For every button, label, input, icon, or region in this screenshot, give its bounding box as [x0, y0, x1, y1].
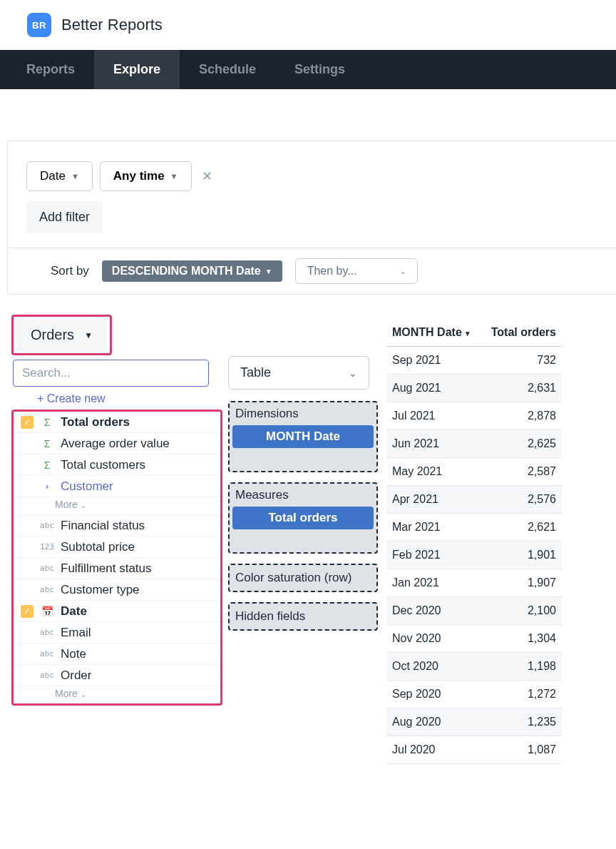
- field-row[interactable]: abcFulfillment status: [14, 558, 220, 579]
- sort-thenby-select[interactable]: Then by... ⌄: [295, 258, 418, 284]
- hidden-fields-title: Hidden fields: [235, 609, 371, 624]
- nav-reports[interactable]: Reports: [7, 50, 94, 89]
- caret-down-icon: ▼: [170, 172, 178, 181]
- checkbox-checked-icon[interactable]: ✓: [21, 416, 34, 429]
- table-header-month[interactable]: MONTH Date▼: [386, 319, 481, 347]
- table-header-total-orders[interactable]: Total orders: [481, 319, 562, 347]
- table-row: Aug 20201,235: [386, 708, 562, 736]
- measures-zone[interactable]: Measures Total orders: [228, 482, 378, 554]
- table-cell-value: 732: [481, 347, 562, 375]
- dimensions-zone[interactable]: Dimensions MONTH Date: [228, 401, 378, 472]
- hidden-fields-zone[interactable]: Hidden fields: [228, 602, 378, 631]
- chevron-down-icon: ⌄: [349, 367, 357, 379]
- field-row[interactable]: ΣTotal customers: [14, 454, 220, 476]
- table-cell-value: 2,631: [481, 375, 562, 402]
- table-row: Jan 20211,907: [386, 569, 562, 597]
- table-cell-month: Aug 2020: [386, 708, 481, 736]
- app-logo: BR: [27, 13, 51, 37]
- table-row: Sep 20201,272: [386, 681, 562, 708]
- table-cell-month: Jul 2021: [386, 402, 481, 430]
- table-row: Jun 20212,625: [386, 430, 562, 458]
- table-cell-value: 1,235: [481, 708, 562, 736]
- nav-settings[interactable]: Settings: [275, 50, 364, 89]
- nav-schedule[interactable]: Schedule: [180, 50, 275, 89]
- field-row[interactable]: abcFinancial status: [14, 515, 220, 537]
- field-row[interactable]: abcOrder: [14, 665, 220, 686]
- field-row[interactable]: 123Subtotal price: [14, 537, 220, 558]
- color-saturation-zone[interactable]: Color saturation (row): [228, 564, 378, 592]
- remove-filter-icon[interactable]: ✕: [199, 168, 215, 184]
- caret-down-icon: ▼: [464, 330, 471, 337]
- field-row[interactable]: abcNote: [14, 644, 220, 665]
- text-type-icon: abc: [39, 628, 55, 637]
- field-more-link[interactable]: More ⌄: [14, 497, 220, 515]
- measures-title: Measures: [232, 487, 374, 507]
- table-cell-value: 2,100: [481, 597, 562, 625]
- table-row: Jul 20201,087: [386, 736, 562, 764]
- sort-by-label: Sort by: [51, 264, 89, 278]
- field-label: Fulfillment status: [61, 561, 152, 576]
- field-row[interactable]: ✓ΣTotal orders: [14, 412, 220, 433]
- filter-panel: Date ▼ Any time ▼ ✕ Add filter: [7, 141, 616, 248]
- nav-explore[interactable]: Explore: [94, 50, 180, 89]
- table-cell-value: 1,304: [481, 625, 562, 653]
- results-table: MONTH Date▼ Total orders Sep 2021732Aug …: [386, 319, 562, 764]
- dimensions-title: Dimensions: [232, 405, 374, 425]
- source-highlight-box: Orders ▼: [11, 315, 112, 355]
- table-cell-month: Sep 2021: [386, 347, 481, 375]
- table-cell-month: Jan 2021: [386, 569, 481, 597]
- caret-down-icon: ▼: [84, 330, 93, 340]
- filter-date-field[interactable]: Date ▼: [26, 161, 93, 191]
- field-label: Average order value: [61, 437, 170, 451]
- table-row: Apr 20212,576: [386, 486, 562, 514]
- field-label: Order: [61, 668, 91, 683]
- viz-type-select[interactable]: Table ⌄: [228, 356, 369, 390]
- caret-down-icon: ▼: [265, 268, 272, 275]
- search-input[interactable]: [13, 360, 209, 387]
- table-cell-value: 2,878: [481, 402, 562, 430]
- sigma-icon: Σ: [39, 459, 55, 471]
- table-cell-value: 2,625: [481, 430, 562, 458]
- color-saturation-title: Color saturation (row): [235, 571, 371, 585]
- filter-date-label: Date: [40, 169, 66, 183]
- source-selector[interactable]: Orders ▼: [16, 320, 107, 350]
- field-row[interactable]: ✓📅Date: [14, 601, 220, 622]
- table-cell-month: Oct 2020: [386, 653, 481, 681]
- text-type-icon: abc: [39, 671, 55, 680]
- viz-type-label: Table: [240, 365, 271, 380]
- create-new-link[interactable]: + Create new: [11, 387, 222, 408]
- table-cell-month: Mar 2021: [386, 514, 481, 542]
- table-row: May 20212,587: [386, 458, 562, 486]
- field-row[interactable]: ›Customer: [14, 476, 220, 497]
- chevron-right-icon: ›: [39, 481, 55, 492]
- table-cell-value: 1,901: [481, 542, 562, 569]
- table-cell-month: Jun 2021: [386, 430, 481, 458]
- table-cell-value: 2,587: [481, 458, 562, 486]
- field-row[interactable]: abcCustomer type: [14, 579, 220, 601]
- field-label: Note: [61, 647, 86, 661]
- field-label: Customer type: [61, 583, 140, 597]
- filter-date-value[interactable]: Any time ▼: [100, 161, 192, 191]
- table-cell-value: 1,198: [481, 653, 562, 681]
- dimension-chip-month-date[interactable]: MONTH Date: [232, 425, 374, 448]
- field-row[interactable]: abcEmail: [14, 622, 220, 644]
- caret-down-icon: ▼: [71, 172, 79, 181]
- table-cell-value: 2,621: [481, 514, 562, 542]
- number-type-icon: 123: [39, 542, 55, 551]
- sort-primary-chip[interactable]: DESCENDING MONTH Date ▼: [102, 260, 282, 282]
- table-row: Dec 20202,100: [386, 597, 562, 625]
- measure-chip-total-orders[interactable]: Total orders: [232, 507, 374, 529]
- field-label: Date: [61, 604, 87, 619]
- table-cell-value: 1,087: [481, 736, 562, 764]
- add-filter-button[interactable]: Add filter: [26, 201, 103, 233]
- field-row[interactable]: ΣAverage order value: [14, 433, 220, 454]
- table-cell-month: Sep 2020: [386, 681, 481, 708]
- sort-bar: Sort by DESCENDING MONTH Date ▼ Then by.…: [7, 248, 616, 295]
- table-row: Mar 20212,621: [386, 514, 562, 542]
- text-type-icon: abc: [39, 564, 55, 573]
- checkbox-checked-icon[interactable]: ✓: [21, 605, 34, 618]
- field-more-link[interactable]: More ⌄: [14, 686, 220, 703]
- table-row: Feb 20211,901: [386, 542, 562, 569]
- caret-down-icon: ⌄: [400, 268, 406, 275]
- sigma-icon: Σ: [39, 417, 55, 428]
